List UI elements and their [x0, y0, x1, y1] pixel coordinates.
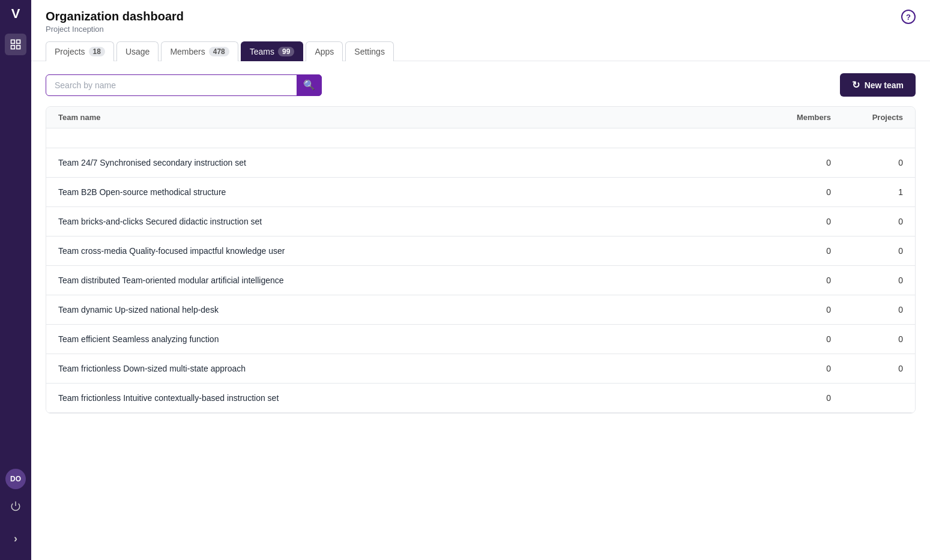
- tab-members[interactable]: Members 478: [161, 41, 238, 61]
- new-team-icon: ↻: [852, 79, 860, 91]
- search-input[interactable]: [46, 74, 322, 96]
- team-members-cell: 0: [759, 305, 831, 315]
- team-members-cell: 0: [759, 275, 831, 285]
- new-team-label: New team: [865, 80, 904, 90]
- tab-usage[interactable]: Usage: [116, 41, 159, 61]
- tab-teams-label: Teams: [250, 47, 274, 56]
- svg-rect-0: [11, 40, 15, 44]
- team-name-cell: Team 24/7 Synchronised secondary instruc…: [58, 158, 759, 167]
- team-members-cell: 0: [759, 217, 831, 226]
- collapse-icon[interactable]: ›: [5, 528, 26, 549]
- team-members-cell: 0: [759, 246, 831, 256]
- content-area: 🔍 ↻ New team Team name Members Projects: [31, 61, 930, 560]
- tab-apps[interactable]: Apps: [306, 41, 343, 61]
- tab-teams[interactable]: Teams 99: [241, 41, 304, 61]
- tab-usage-label: Usage: [125, 47, 149, 56]
- tab-projects-badge: 18: [89, 47, 105, 56]
- table-row[interactable]: Team 24/7 Synchronised secondary instruc…: [46, 148, 915, 178]
- team-members-cell: 0: [759, 187, 831, 197]
- tab-members-badge: 478: [209, 47, 229, 56]
- main-content: Organization dashboard Project Inception…: [31, 0, 930, 560]
- sidebar: V DO ›: [0, 0, 31, 560]
- team-name-cell: Team B2B Open-source methodical structur…: [58, 187, 759, 197]
- team-projects-cell: 0: [831, 158, 903, 167]
- search-icon: 🔍: [303, 79, 315, 91]
- tab-members-label: Members: [170, 47, 205, 56]
- team-name-cell: Team frictionless Intuitive contextually…: [58, 393, 759, 403]
- table-row[interactable]: Team frictionless Intuitive contextually…: [46, 384, 915, 413]
- table-header: Team name Members Projects: [46, 107, 915, 128]
- team-projects-cell: 0: [831, 246, 903, 256]
- col-members: Members: [759, 113, 831, 122]
- table-row[interactable]: Team frictionless Down-sized multi-state…: [46, 354, 915, 384]
- table-row[interactable]: [46, 128, 915, 148]
- table-row[interactable]: Team efficient Seamless analyzing functi…: [46, 325, 915, 354]
- teams-table: Team name Members Projects Team 24/7 Syn…: [46, 106, 916, 414]
- team-name-cell: Team bricks-and-clicks Secured didactic …: [58, 217, 759, 226]
- tab-projects-label: Projects: [55, 47, 85, 56]
- team-projects-cell: 0: [831, 217, 903, 226]
- col-team-name: Team name: [58, 113, 759, 122]
- table-row[interactable]: Team cross-media Quality-focused impactf…: [46, 236, 915, 266]
- team-name-cell: Team efficient Seamless analyzing functi…: [58, 334, 759, 344]
- tab-settings-label: Settings: [354, 47, 385, 56]
- svg-rect-2: [11, 46, 15, 49]
- team-projects-cell: 0: [831, 364, 903, 373]
- tab-projects[interactable]: Projects 18: [46, 41, 114, 61]
- tab-bar: Projects 18 Usage Members 478 Teams 99 A…: [46, 41, 916, 61]
- team-name-cell: Team cross-media Quality-focused impactf…: [58, 246, 759, 256]
- table-row[interactable]: Team dynamic Up-sized national help-desk…: [46, 295, 915, 325]
- help-icon[interactable]: ?: [901, 10, 916, 24]
- page-subtitle: Project Inception: [46, 25, 916, 34]
- tab-apps-label: Apps: [315, 47, 334, 56]
- table-row[interactable]: Team B2B Open-source methodical structur…: [46, 178, 915, 207]
- team-projects-cell: 0: [831, 275, 903, 285]
- team-projects-cell: 0: [831, 305, 903, 315]
- table-row[interactable]: Team bricks-and-clicks Secured didactic …: [46, 207, 915, 236]
- power-icon[interactable]: [5, 495, 26, 517]
- team-projects-cell: 0: [831, 334, 903, 344]
- sidebar-bottom: DO ›: [5, 469, 26, 554]
- search-wrapper: 🔍: [46, 74, 322, 96]
- table-row[interactable]: Team distributed Team-oriented modular a…: [46, 266, 915, 295]
- team-members-cell: 0: [759, 158, 831, 167]
- svg-rect-3: [17, 46, 20, 49]
- new-team-button[interactable]: ↻ New team: [840, 73, 916, 97]
- team-members-cell: 0: [759, 334, 831, 344]
- svg-rect-1: [17, 40, 20, 44]
- team-members-cell: 0: [759, 364, 831, 373]
- team-members-cell: 0: [759, 393, 831, 403]
- sidebar-item-dashboard[interactable]: [5, 34, 26, 55]
- team-projects-cell: 1: [831, 187, 903, 197]
- sidebar-logo[interactable]: V: [11, 6, 20, 22]
- col-projects: Projects: [831, 113, 903, 122]
- avatar[interactable]: DO: [5, 469, 26, 489]
- header: Organization dashboard Project Inception…: [31, 0, 930, 61]
- toolbar: 🔍 ↻ New team: [46, 73, 916, 97]
- tab-teams-badge: 99: [278, 47, 294, 56]
- team-name-cell: Team distributed Team-oriented modular a…: [58, 275, 759, 285]
- search-button[interactable]: 🔍: [297, 74, 322, 96]
- page-title: Organization dashboard: [46, 10, 916, 23]
- team-name-cell: Team dynamic Up-sized national help-desk: [58, 305, 759, 315]
- team-name-cell: Team frictionless Down-sized multi-state…: [58, 364, 759, 373]
- tab-settings[interactable]: Settings: [345, 41, 394, 61]
